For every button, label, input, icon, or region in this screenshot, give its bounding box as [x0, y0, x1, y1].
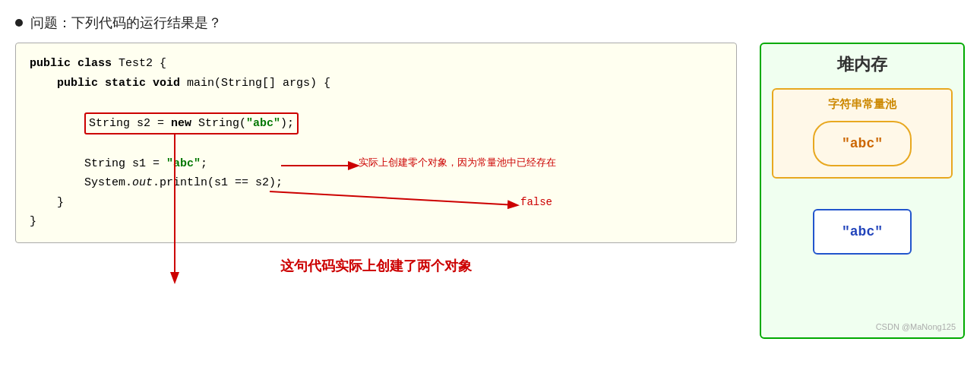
heap-panel: 堆内存 字符串常量池 "abc" "abc" CSDN @MaNong125	[760, 43, 965, 339]
code-line-9: }	[30, 212, 722, 232]
main-container: 问题：下列代码的运行结果是？ public class Test2 { publ…	[0, 0, 980, 386]
code-line-8: }	[30, 193, 722, 213]
pool-abc-box: "abc"	[813, 121, 912, 166]
bottom-annotation: 这句代码实际上创建了两个对象	[15, 257, 737, 275]
code-box: public class Test2 { public static void …	[15, 43, 737, 243]
annotation-s1: 实际上创建零个对象，因为常量池中已经存在	[359, 156, 556, 169]
code-line-7: System.out.println(s1 == s2);	[30, 173, 722, 193]
code-line-1: public class Test2 {	[30, 54, 722, 74]
heap-abc-box: "abc"	[813, 209, 912, 255]
code-line-2: public static void main(String[] args) {	[30, 74, 722, 93]
code-line-4: String s2 = new String("abc");	[30, 112, 722, 135]
content-area: public class Test2 { public static void …	[15, 43, 965, 372]
string-pool-area: 字符串常量池 "abc"	[772, 88, 953, 179]
highlight-box: String s2 = new String("abc");	[84, 112, 299, 135]
question-line: 问题：下列代码的运行结果是？	[15, 14, 965, 32]
annotation-false: false	[520, 196, 552, 208]
pool-label: 字符串常量池	[828, 97, 896, 112]
question-text: 问题：下列代码的运行结果是？	[30, 14, 222, 32]
watermark: CSDN @MaNong125	[876, 322, 956, 331]
heap-title: 堆内存	[837, 53, 887, 76]
bullet-icon	[15, 19, 23, 27]
code-line-5	[30, 134, 722, 154]
code-line-3	[30, 93, 722, 112]
